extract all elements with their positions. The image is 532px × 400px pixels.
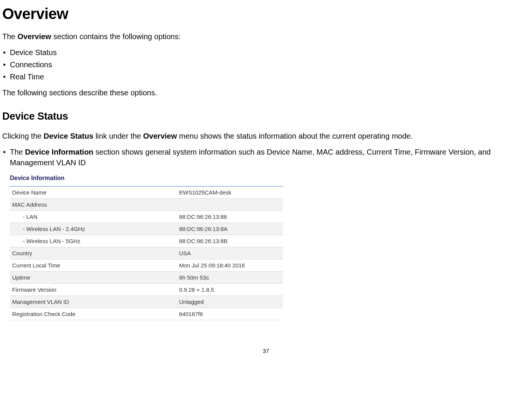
bullet-bold: Device Information bbox=[25, 148, 93, 156]
table-row: CountryUSA bbox=[10, 247, 283, 259]
table-row: Uptime6h 50m 53s bbox=[10, 272, 283, 284]
ds-bold-2: Overview bbox=[143, 132, 177, 140]
table-title: Device Information bbox=[10, 174, 283, 182]
row-label: Firmware Version bbox=[10, 284, 177, 296]
table-row: MAC Address bbox=[10, 199, 283, 211]
table-row: - Wireless LAN - 2.4GHz88:DC:96:26:13:8A bbox=[10, 223, 283, 235]
options-list: Device Status Connections Real Time bbox=[2, 47, 530, 82]
table-row: - LAN88:DC:96:26:13:88 bbox=[10, 211, 283, 223]
row-label: Device Name bbox=[10, 187, 177, 199]
row-value: 88:DC:96:26:13:8A bbox=[177, 223, 283, 235]
table-row: Registration Check Code640187f6 bbox=[10, 308, 283, 320]
list-item: Real Time bbox=[2, 71, 530, 82]
ds-bold-1: Device Status bbox=[44, 132, 93, 140]
table-row: - Wireless LAN - 5GHz88:DC:96:26:13:8B bbox=[10, 235, 283, 247]
row-label: Country bbox=[10, 247, 177, 259]
row-value: Mon Jul 25 09:18:40 2016 bbox=[177, 259, 283, 272]
device-status-paragraph: Clicking the Device Status link under th… bbox=[2, 131, 530, 141]
options-followup: The following sections describe these op… bbox=[2, 87, 530, 98]
row-label: Uptime bbox=[10, 272, 177, 284]
list-item: Device Status bbox=[2, 47, 530, 58]
row-value bbox=[177, 199, 283, 211]
row-label: - Wireless LAN - 5GHz bbox=[10, 235, 177, 247]
table-row: Firmware Version0.9.28 + 1.8.5 bbox=[10, 284, 283, 296]
section-heading: Device Status bbox=[2, 109, 530, 124]
intro-bold: Overview bbox=[17, 32, 51, 41]
intro-paragraph: The Overview section contains the follow… bbox=[2, 31, 530, 42]
row-label: MAC Address bbox=[10, 199, 177, 211]
row-label: Management VLAN ID bbox=[10, 296, 177, 308]
table-row: Current Local TimeMon Jul 25 09:18:40 20… bbox=[10, 259, 283, 272]
device-info-table: Device NameEWS1025CAM-deskMAC Address- L… bbox=[10, 186, 283, 320]
row-value: 640187f6 bbox=[177, 308, 283, 320]
ds-pre: Clicking the bbox=[2, 132, 44, 140]
row-value: 0.9.28 + 1.8.5 bbox=[177, 284, 283, 296]
row-label: - LAN bbox=[10, 211, 177, 223]
row-value: USA bbox=[177, 247, 283, 259]
page-title: Overview bbox=[2, 3, 530, 24]
intro-pre: The bbox=[2, 32, 17, 41]
intro-post: section contains the following options: bbox=[51, 32, 181, 41]
row-label: - Wireless LAN - 2.4GHz bbox=[10, 223, 177, 235]
list-item: Connections bbox=[2, 59, 530, 70]
row-value: EWS1025CAM-desk bbox=[177, 187, 283, 199]
row-value: Untagged bbox=[177, 296, 283, 308]
row-label: Current Local Time bbox=[10, 259, 177, 272]
page-number: 37 bbox=[2, 347, 530, 355]
device-info-table-wrap: Device Information Device NameEWS1025CAM… bbox=[10, 174, 283, 320]
row-value: 88:DC:96:26:13:8B bbox=[177, 235, 283, 247]
row-label: Registration Check Code bbox=[10, 308, 177, 320]
table-row: Device NameEWS1025CAM-desk bbox=[10, 187, 283, 199]
bullet-pre: The bbox=[10, 148, 25, 156]
ds-mid: link under the bbox=[93, 132, 143, 140]
row-value: 88:DC:96:26:13:88 bbox=[177, 211, 283, 223]
row-value: 6h 50m 53s bbox=[177, 272, 283, 284]
table-row: Management VLAN IDUntagged bbox=[10, 296, 283, 308]
ds-post: menu shows the status information about … bbox=[177, 132, 412, 140]
list-item: The Device Information section shows gen… bbox=[2, 147, 530, 168]
device-info-bullet-list: The Device Information section shows gen… bbox=[2, 147, 530, 168]
